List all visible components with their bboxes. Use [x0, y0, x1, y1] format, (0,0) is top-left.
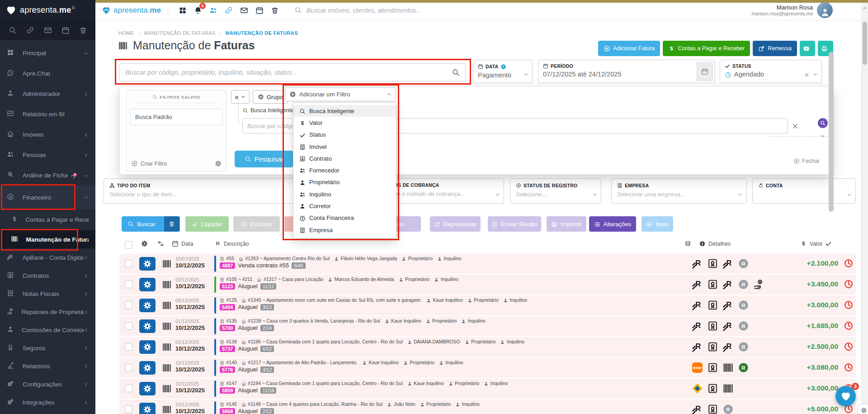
page-action-button[interactable]: Contas a Pagar e Receber [663, 41, 750, 56]
row-checkbox[interactable] [125, 322, 132, 330]
breadcrumb-parent[interactable]: MANUTENÇÃO DE FATURAS [144, 30, 216, 36]
sidebar-item[interactable]: Apre.Chat [0, 63, 95, 84]
sidebar-quick-icon[interactable] [26, 26, 34, 35]
row-checkbox[interactable] [125, 301, 132, 309]
secondary-filter-box[interactable]: EMPRESA Selecione uma empresa... [611, 178, 747, 204]
topbar-icon[interactable] [271, 6, 279, 14]
topbar-icon[interactable]: 5 [194, 6, 202, 14]
search-icon[interactable] [452, 68, 460, 76]
sidebar-item[interactable]: Notas Fiscais [0, 285, 95, 303]
bulk-action-button[interactable]: Estornar [233, 216, 280, 232]
bulk-action-button[interactable]: Itens [642, 216, 673, 232]
sidebar-item[interactable]: Contratos [0, 266, 95, 285]
scheduled-clock-icon[interactable] [844, 362, 854, 372]
breadcrumb-home[interactable]: HOME [118, 30, 134, 36]
topbar-icon[interactable] [225, 6, 233, 14]
add-filter-input[interactable]: Adicionar um Filtro [285, 87, 396, 101]
saved-filter-item[interactable]: Busca Padrão [130, 109, 222, 125]
sidebar-item[interactable]: Relatório em BI [0, 104, 95, 124]
filter-status[interactable]: STATUS Agendado [720, 60, 822, 83]
row-settings-button[interactable] [139, 319, 156, 333]
barcode-icon[interactable] [161, 384, 173, 394]
row-checkbox[interactable] [125, 385, 132, 392]
page-action-button[interactable] [800, 41, 815, 56]
periodo-calendar-button[interactable] [697, 62, 713, 81]
topbar-icon[interactable] [255, 6, 264, 14]
sidebar-item[interactable]: Seguros [0, 339, 95, 357]
buscar-button[interactable]: Buscar [122, 216, 180, 232]
topbar-icon[interactable] [209, 6, 217, 14]
table-row[interactable]: 01/12/2025 10/12/2025 #135#1239 ~ Casa c… [119, 316, 856, 336]
row-checkbox[interactable] [125, 281, 132, 288]
table-row[interactable]: 01/12/2025 10/12/2025 #139#1196 ~ Casa G… [119, 337, 856, 357]
row-settings-button[interactable] [139, 361, 156, 375]
chevron-down-icon[interactable] [495, 190, 500, 199]
barcode-icon[interactable] [161, 321, 173, 331]
row-settings-button[interactable] [139, 278, 156, 291]
scrollbar-thumb[interactable] [863, 22, 867, 65]
filter-data[interactable]: DATA Pagamento [473, 60, 533, 83]
barcode-icon[interactable] [161, 300, 173, 310]
filter-option[interactable]: Valor [293, 117, 396, 128]
clear-icon[interactable] [804, 71, 810, 79]
sidebar-quick-icon[interactable] [61, 26, 70, 35]
chevron-down-icon[interactable] [592, 190, 597, 199]
filter-option[interactable]: Contrato [293, 152, 396, 164]
sidebar-item[interactable]: Manutenção de Faturas [0, 230, 95, 248]
panel-scrollbar[interactable] [829, 52, 834, 212]
gear-icon[interactable] [215, 160, 222, 167]
row-checkbox[interactable] [125, 364, 132, 371]
clear-search-button[interactable] [164, 216, 179, 232]
sidebar-item[interactable]: ApBank - Conta Digital [0, 248, 95, 266]
sidebar-item[interactable]: Financeiro [0, 186, 95, 209]
table-row[interactable]: 10/11/2025 10/12/2025 #147#1194 ~ Casa G… [119, 379, 856, 399]
sidebar-item[interactable]: Imóveis [0, 124, 95, 145]
barcode-icon[interactable] [161, 259, 173, 269]
sidebar-item[interactable]: Repasses de Proprietários [0, 303, 95, 321]
filter-periodo[interactable]: PERÍODO 07/12/2025 até 24/12/2025 [538, 60, 715, 83]
secondary-filter-box[interactable]: CONTA [752, 178, 856, 204]
scheduled-clock-icon[interactable] [844, 300, 854, 310]
page-action-button[interactable]: Adicionar Fatura [598, 41, 660, 56]
scheduled-clock-icon[interactable] [844, 342, 854, 352]
bulk-action-button[interactable]: Reprocessar [430, 216, 481, 232]
sidebar-logo[interactable]: apresenta.me [0, 0, 95, 20]
operator-select[interactable]: e [231, 90, 250, 104]
row-settings-button[interactable] [139, 299, 156, 312]
scroll-up-icon[interactable] [863, 4, 867, 12]
sidebar-item[interactable]: Pessoas [0, 145, 95, 165]
filter-option[interactable]: Corretor [293, 200, 396, 212]
avatar[interactable] [817, 2, 833, 18]
sidebar-quick-icon[interactable] [44, 26, 52, 35]
filter-option[interactable]: Empresa [293, 224, 396, 236]
chevron-down-icon[interactable] [820, 132, 825, 140]
table-row[interactable]: 10/12/2025 10/12/2025 #140#1217 ~ Aparta… [119, 358, 856, 378]
sidebar-item[interactable]: Administrador [0, 84, 95, 104]
secondary-filter-box[interactable]: STATUS DE REGISTRO Selecione... [510, 178, 601, 204]
sidebar-item[interactable]: Integrações [0, 393, 95, 411]
column-detalhes[interactable]: Detalhes [699, 240, 731, 247]
swap-column-icon[interactable] [157, 240, 164, 247]
row-settings-button[interactable] [139, 403, 156, 414]
invoice-search-input[interactable] [125, 69, 452, 76]
smart-filter-badge-icon[interactable] [818, 118, 828, 128]
browser-scrollbar[interactable] [861, 0, 868, 414]
global-search[interactable] [294, 6, 442, 14]
sidebar-quick-icon[interactable] [9, 26, 17, 35]
sidebar-item[interactable]: Relatórios [0, 357, 95, 375]
table-row[interactable]: 10/12/2025 10/12/2025 #145#1148 ~ Casa c… [119, 400, 856, 414]
bulk-action-button[interactable]: Alterações [589, 216, 636, 232]
help-icon[interactable] [500, 63, 506, 70]
corner-widget-button[interactable] [858, 404, 868, 414]
topbar-logo[interactable]: apresenta.me [102, 6, 161, 15]
row-checkbox[interactable] [125, 343, 132, 351]
scheduled-clock-icon[interactable] [844, 258, 854, 268]
row-settings-button[interactable] [139, 382, 156, 395]
sidebar-item[interactable]: Comissões de Corretores [0, 321, 95, 339]
filter-option[interactable]: Busca Inteligente [293, 105, 396, 117]
row-checkbox[interactable] [125, 260, 132, 267]
pesquisar-button[interactable]: Pesquisar [235, 151, 293, 167]
sidebar-item[interactable]: Configurações [0, 375, 95, 393]
user-menu[interactable]: Marison Rosa marison.rosa@apresenta.me [751, 2, 833, 18]
filter-option[interactable]: Conta Financeira [293, 212, 396, 224]
